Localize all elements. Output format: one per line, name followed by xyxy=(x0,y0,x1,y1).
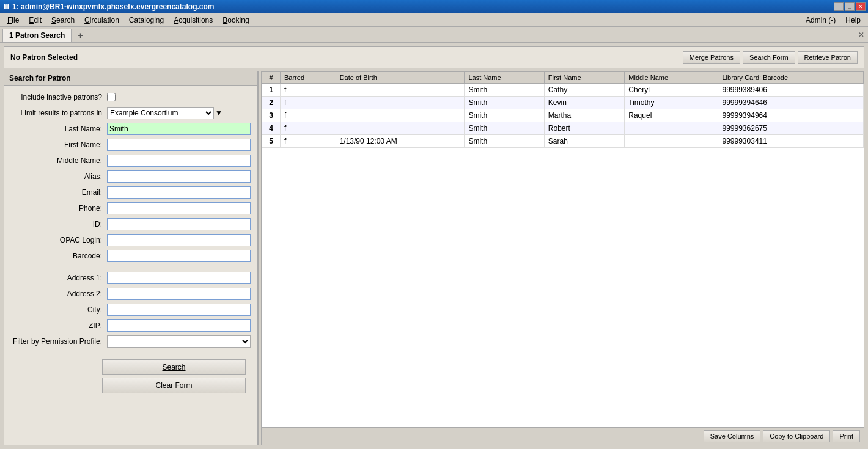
cell-dob xyxy=(336,97,465,109)
email-label: Email: xyxy=(9,188,107,197)
save-columns-button[interactable]: Save Columns xyxy=(704,430,761,442)
retrieve-patron-button[interactable]: Retrieve Patron xyxy=(798,51,858,64)
cell-first-name: Sarah xyxy=(544,135,624,148)
opac-login-input[interactable] xyxy=(107,234,251,246)
table-row[interactable]: 3 f Smith Martha Raquel 99999394964 xyxy=(262,109,864,122)
id-input[interactable] xyxy=(107,218,251,230)
patron-header-buttons: Merge Patrons Search Form Retrieve Patro… xyxy=(683,51,858,64)
print-button[interactable]: Print xyxy=(833,430,860,442)
results-footer: Save Columns Copy to Clipboard Print xyxy=(262,427,864,445)
menu-booking[interactable]: Booking xyxy=(218,15,254,26)
menu-search[interactable]: Search xyxy=(46,15,79,26)
cell-first-name: Kevin xyxy=(544,97,624,109)
merge-patrons-button[interactable]: Merge Patrons xyxy=(683,51,740,64)
include-inactive-row: Include inactive patrons? xyxy=(9,90,252,104)
limit-results-label: Limit results to patrons in xyxy=(9,109,107,117)
search-button[interactable]: Search xyxy=(102,359,246,375)
cell-barcode: 99999394646 xyxy=(718,97,864,109)
address2-label: Address 2: xyxy=(9,290,107,298)
menu-edit[interactable]: Edit xyxy=(24,15,46,26)
cell-barcode: 99999303411 xyxy=(718,135,864,148)
results-table: # Barred Date of Birth Last Name First N… xyxy=(262,71,864,148)
cell-num: 1 xyxy=(262,84,281,97)
barcode-input[interactable] xyxy=(107,250,251,262)
cell-num: 2 xyxy=(262,97,281,109)
app-icon: 🖥 xyxy=(2,2,10,11)
filter-profile-select[interactable] xyxy=(107,335,251,348)
first-name-row: First Name: xyxy=(9,138,252,151)
address1-row: Address 1: xyxy=(9,271,252,285)
menu-circulation[interactable]: Circulation xyxy=(79,15,124,26)
col-middle-name[interactable]: Middle Name xyxy=(625,72,718,84)
restore-button[interactable]: □ xyxy=(845,2,855,11)
limit-results-select[interactable]: Example Consortium xyxy=(107,107,214,119)
barcode-row: Barcode: xyxy=(9,249,252,263)
search-panel: Search for Patron Include inactive patro… xyxy=(4,71,258,445)
cell-dob: 1/13/90 12:00 AM xyxy=(336,135,465,148)
address2-input[interactable] xyxy=(107,288,251,300)
search-btn-area: Search Clear Form xyxy=(4,354,257,398)
search-form-button[interactable]: Search Form xyxy=(743,51,795,64)
cell-first-name: Robert xyxy=(544,122,624,135)
menu-admin[interactable]: Admin (-) xyxy=(801,15,840,26)
clear-form-button[interactable]: Clear Form xyxy=(102,378,246,393)
cell-dob xyxy=(336,109,465,122)
table-row[interactable]: 2 f Smith Kevin Timothy 99999394646 xyxy=(262,97,864,109)
first-name-input[interactable] xyxy=(107,139,251,151)
col-last-name[interactable]: Last Name xyxy=(465,72,544,84)
menu-acquisitions[interactable]: Acquisitions xyxy=(169,15,218,26)
limit-results-row: Limit results to patrons in Example Cons… xyxy=(9,106,252,120)
last-name-row: Last Name: xyxy=(9,122,252,136)
include-inactive-checkbox[interactable] xyxy=(107,93,116,101)
close-button[interactable]: ✕ xyxy=(856,2,866,11)
cell-middle-name xyxy=(625,122,718,135)
last-name-input[interactable] xyxy=(107,123,251,135)
search-panel-title: Search for Patron xyxy=(4,71,257,86)
cell-last-name: Smith xyxy=(465,135,544,148)
email-row: Email: xyxy=(9,186,252,199)
col-dob[interactable]: Date of Birth xyxy=(336,72,465,84)
phone-input[interactable] xyxy=(107,202,251,214)
zip-label: ZIP: xyxy=(9,321,107,330)
zip-input[interactable] xyxy=(107,319,251,332)
phone-row: Phone: xyxy=(9,202,252,215)
table-row[interactable]: 4 f Smith Robert 99999362675 xyxy=(262,122,864,135)
main-content: No Patron Selected Merge Patrons Search … xyxy=(0,43,868,449)
cell-middle-name: Raquel xyxy=(625,109,718,122)
col-barred[interactable]: Barred xyxy=(281,72,336,84)
menu-bar: File Edit Search Circulation Cataloging … xyxy=(0,13,868,27)
table-row[interactable]: 1 f Smith Cathy Cheryl 99999389406 xyxy=(262,84,864,97)
city-label: City: xyxy=(9,305,107,314)
copy-clipboard-button[interactable]: Copy to Clipboard xyxy=(763,430,830,442)
last-name-label: Last Name: xyxy=(9,125,107,133)
patron-header: No Patron Selected Merge Patrons Search … xyxy=(4,46,864,68)
patron-status: No Patron Selected xyxy=(10,53,78,62)
tab-close-button[interactable]: ✕ xyxy=(858,31,864,39)
results-table-container: # Barred Date of Birth Last Name First N… xyxy=(262,71,864,427)
col-num[interactable]: # xyxy=(262,72,281,84)
menu-file[interactable]: File xyxy=(2,15,24,26)
title-bar-text: 🖥 1: admin@BR1-winxpvmfx.phasefx.evergre… xyxy=(2,2,214,11)
filter-profile-label: Filter by Permission Profile: xyxy=(9,337,107,346)
table-row[interactable]: 5 f 1/13/90 12:00 AM Smith Sarah 9999930… xyxy=(262,135,864,148)
alias-input[interactable] xyxy=(107,170,251,183)
menu-help[interactable]: Help xyxy=(840,15,866,26)
address1-label: Address 1: xyxy=(9,274,107,282)
limit-results-dropdown-icon[interactable]: ▼ xyxy=(215,109,223,117)
address1-input[interactable] xyxy=(107,272,251,284)
col-first-name[interactable]: First Name xyxy=(544,72,624,84)
cell-first-name: Cathy xyxy=(544,84,624,97)
cell-last-name: Smith xyxy=(465,109,544,122)
tab-patron-search[interactable]: 1 Patron Search xyxy=(2,29,72,42)
menu-cataloging[interactable]: Cataloging xyxy=(124,15,169,26)
col-barcode[interactable]: Library Card: Barcode xyxy=(718,72,864,84)
cell-middle-name xyxy=(625,135,718,148)
minimize-button[interactable]: ─ xyxy=(834,2,844,11)
tab-add-button[interactable]: + xyxy=(73,29,87,42)
opac-login-row: OPAC Login: xyxy=(9,233,252,247)
middle-name-input[interactable] xyxy=(107,155,251,167)
cell-barred: f xyxy=(281,122,336,135)
email-input[interactable] xyxy=(107,186,251,199)
city-input[interactable] xyxy=(107,304,251,316)
alias-row: Alias: xyxy=(9,170,252,183)
